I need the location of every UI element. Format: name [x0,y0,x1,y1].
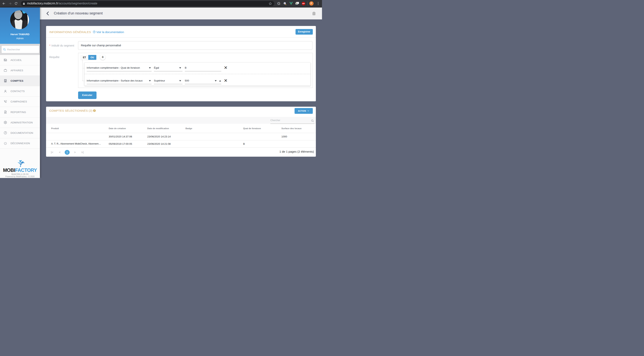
svg-text:IP: IP [284,3,285,4]
svg-text:ABP: ABP [302,3,305,4]
